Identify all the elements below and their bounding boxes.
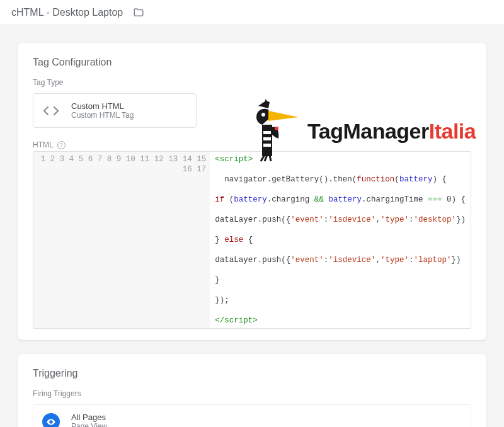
- html-label: HTML: [33, 140, 54, 149]
- triggering-card: Triggering Firing Triggers All Pages Pag…: [18, 354, 486, 427]
- tag-type-desc: Custom HTML Tag: [71, 111, 134, 120]
- logo: TagManagerItalia: [249, 100, 476, 162]
- svg-rect-3: [263, 144, 271, 147]
- custom-html-icon: [42, 102, 60, 120]
- svg-point-4: [261, 113, 265, 117]
- logo-text: TagManagerItalia: [307, 119, 476, 144]
- firing-triggers-label: Firing Triggers: [33, 389, 471, 398]
- trigger-row[interactable]: All Pages Page View: [33, 404, 471, 427]
- header-bar: cHTML - Desktop Laptop: [0, 0, 504, 25]
- woodpecker-icon: [249, 100, 304, 162]
- tag-title[interactable]: cHTML - Desktop Laptop: [11, 7, 123, 18]
- pageview-icon: [42, 413, 60, 428]
- content-area: Tag Configuration Tag Type Custom HTML C…: [0, 25, 504, 427]
- code-gutter: 1 2 3 4 5 6 7 8 9 10 11 12 13 14 15 16 1…: [33, 152, 210, 328]
- trigger-name: All Pages: [71, 413, 107, 422]
- svg-rect-2: [263, 137, 271, 140]
- tag-type-name: Custom HTML: [71, 101, 134, 111]
- tag-type-label: Tag Type: [33, 78, 471, 87]
- folder-icon[interactable]: [132, 6, 146, 20]
- card-title-config: Tag Configuration: [33, 57, 471, 68]
- svg-point-7: [50, 421, 52, 423]
- trigger-desc: Page View: [71, 422, 107, 427]
- card-title-trigger: Triggering: [33, 368, 471, 379]
- svg-rect-5: [265, 100, 266, 103]
- help-icon[interactable]: ?: [57, 141, 66, 149]
- svg-point-6: [275, 127, 278, 130]
- svg-rect-1: [263, 131, 271, 134]
- code-lines[interactable]: <script> navigator.getBattery().then(fun…: [210, 152, 471, 328]
- tag-type-box[interactable]: Custom HTML Custom HTML Tag: [33, 93, 197, 128]
- code-editor[interactable]: 1 2 3 4 5 6 7 8 9 10 11 12 13 14 15 16 1…: [33, 151, 471, 329]
- tag-config-card: Tag Configuration Tag Type Custom HTML C…: [18, 43, 486, 340]
